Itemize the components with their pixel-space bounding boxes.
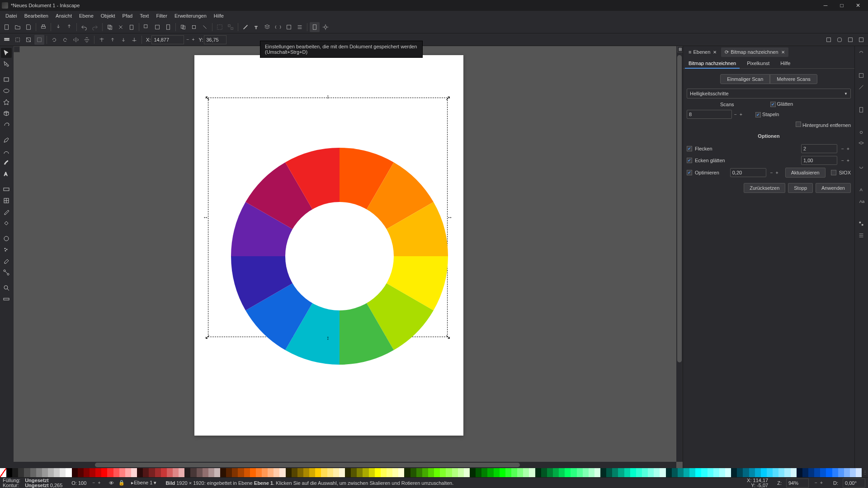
3dbox-tool[interactable] (1, 108, 12, 118)
scale-stroke-button[interactable] (824, 35, 834, 45)
palette-swatch[interactable] (660, 468, 665, 477)
palette-swatch[interactable] (791, 468, 797, 477)
stack-checkbox[interactable] (755, 112, 761, 117)
palette-swatch[interactable] (434, 468, 440, 477)
palette-swatch[interactable] (351, 468, 357, 477)
palette-swatch[interactable] (131, 468, 137, 477)
undo-button[interactable] (79, 22, 89, 32)
rect-tool[interactable] (1, 75, 12, 84)
palette-swatch[interactable] (648, 468, 654, 477)
x-inc[interactable]: + (190, 35, 196, 44)
palette-swatch[interactable] (797, 468, 802, 477)
palette-swatch[interactable] (814, 468, 820, 477)
palette-swatch[interactable] (571, 468, 576, 477)
lock-icon[interactable]: 🔒 (118, 480, 125, 486)
palette-swatch[interactable] (197, 468, 203, 477)
zoom-tool[interactable] (1, 283, 12, 293)
maximize-button[interactable]: □ (834, 0, 850, 11)
menu-bearbeiten[interactable]: Bearbeiten (21, 12, 52, 20)
palette-swatch[interactable] (642, 468, 648, 477)
palette-swatch[interactable] (737, 468, 743, 477)
palette-swatch[interactable] (464, 468, 470, 477)
select-all-layers-button[interactable] (2, 35, 12, 45)
palette-swatch[interactable] (808, 468, 814, 477)
palette-swatch[interactable] (244, 468, 250, 477)
palette-swatch[interactable] (565, 468, 571, 477)
apply-button[interactable]: Anwenden (816, 183, 851, 193)
palette-swatch[interactable] (600, 468, 606, 477)
canvas[interactable]: ⊞ (14, 46, 683, 468)
smooth-checkbox[interactable] (770, 102, 776, 107)
fill-stroke-button[interactable] (241, 22, 250, 32)
palette-swatch[interactable] (125, 468, 131, 477)
colorwheel-image[interactable] (231, 148, 448, 365)
dock-btn-11[interactable] (856, 230, 867, 240)
palette-swatch[interactable] (78, 468, 84, 477)
x-dec[interactable]: − (185, 35, 190, 44)
palette-swatch[interactable] (695, 468, 701, 477)
palette-swatch[interactable] (511, 468, 517, 477)
palette-swatch[interactable] (773, 468, 778, 477)
palette-swatch[interactable] (339, 468, 345, 477)
palette-swatch[interactable] (262, 468, 268, 477)
palette-swatch[interactable] (589, 468, 594, 477)
preferences-button[interactable] (321, 22, 330, 32)
spiral-tool[interactable] (1, 120, 12, 130)
palette-swatch[interactable] (345, 468, 351, 477)
duplicate-button[interactable] (178, 22, 188, 32)
palette-swatch[interactable] (856, 468, 862, 477)
rotate-cw-button[interactable] (60, 35, 70, 45)
palette-swatch[interactable] (256, 468, 262, 477)
palette-swatch[interactable] (84, 468, 90, 477)
mesh-tool[interactable] (1, 196, 12, 206)
palette-swatch[interactable] (826, 468, 832, 477)
dock-btn-10[interactable] (856, 219, 867, 229)
palette-swatch[interactable] (398, 468, 404, 477)
palette-swatch[interactable] (143, 468, 149, 477)
palette-swatch[interactable] (387, 468, 392, 477)
corners-input[interactable]: 1,00 (801, 156, 837, 165)
palette-swatch[interactable] (297, 468, 303, 477)
palette-swatch[interactable] (618, 468, 624, 477)
palette-swatch[interactable] (850, 468, 856, 477)
scale-corners-button[interactable] (835, 35, 844, 45)
palette-swatch[interactable] (203, 468, 208, 477)
palette-swatch[interactable] (654, 468, 660, 477)
raise-button[interactable] (108, 35, 118, 45)
palette-swatch[interactable] (42, 468, 48, 477)
palette-swatch[interactable] (422, 468, 428, 477)
raise-top-button[interactable] (97, 35, 107, 45)
palette-swatch[interactable] (286, 468, 292, 477)
pencil-tool[interactable] (1, 135, 12, 145)
palette-swatch[interactable] (678, 468, 684, 477)
palette-swatch[interactable] (505, 468, 511, 477)
no-fill-swatch[interactable] (0, 468, 6, 477)
palette-swatch[interactable] (315, 468, 321, 477)
palette-swatch[interactable] (113, 468, 119, 477)
palette-swatch[interactable] (137, 468, 143, 477)
xml-button[interactable] (273, 22, 283, 32)
palette-swatch[interactable] (541, 468, 547, 477)
new-doc-button[interactable] (2, 22, 12, 32)
palette-swatch[interactable] (107, 468, 113, 477)
dock-btn-8[interactable]: A (856, 184, 867, 194)
palette-swatch[interactable] (517, 468, 523, 477)
zoom-drawing-button[interactable] (152, 22, 162, 32)
palette-swatch[interactable] (452, 468, 458, 477)
lower-button[interactable] (118, 35, 128, 45)
palette-swatch[interactable] (161, 468, 167, 477)
palette-swatch[interactable] (190, 468, 196, 477)
palette-swatch[interactable] (155, 468, 161, 477)
palette-swatch[interactable] (577, 468, 583, 477)
palette-swatch[interactable] (179, 468, 184, 477)
deselect-button[interactable] (24, 35, 33, 45)
subtab-help[interactable]: Hilfe (777, 59, 794, 68)
palette-swatch[interactable] (119, 468, 125, 477)
speckles-input[interactable]: 2 (801, 144, 837, 153)
palette-swatch[interactable] (232, 468, 238, 477)
palette-swatch[interactable] (606, 468, 612, 477)
measure-tool[interactable] (1, 294, 12, 304)
palette-swatch[interactable] (487, 468, 493, 477)
palette-swatch[interactable] (476, 468, 481, 477)
palette-swatch[interactable] (636, 468, 642, 477)
